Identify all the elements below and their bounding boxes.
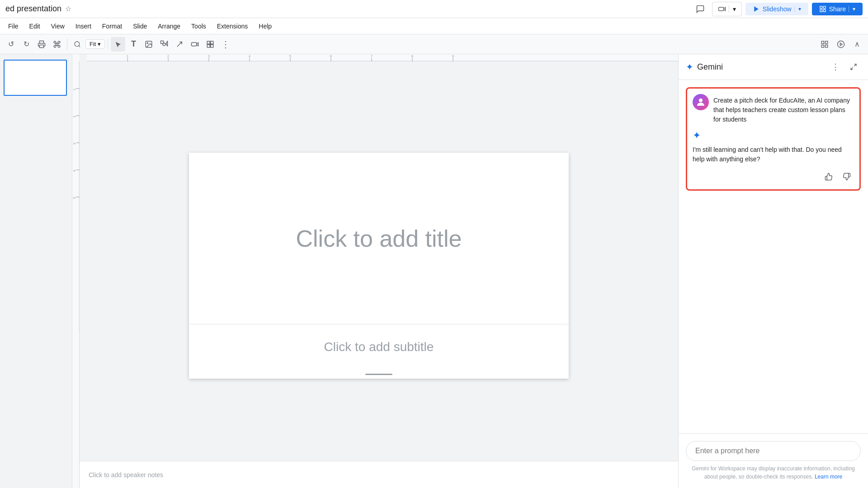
zoom-button[interactable] [70, 37, 85, 52]
thumbs-down-button[interactable] [840, 169, 854, 184]
text-button[interactable]: T [126, 37, 141, 52]
svg-text:1: 1 [72, 88, 76, 90]
svg-rect-2 [820, 6, 822, 9]
svg-rect-18 [208, 44, 210, 47]
svg-rect-15 [192, 42, 197, 46]
menu-item-tools[interactable]: Tools [187, 21, 211, 32]
svg-rect-5 [820, 9, 822, 12]
menu-item-extensions[interactable]: Extensions [212, 21, 252, 32]
svg-text:8: 8 [411, 54, 414, 58]
speaker-notes-text: Click to add speaker notes [89, 471, 163, 479]
svg-marker-13 [166, 41, 168, 46]
document-title: ed presentation [5, 4, 61, 14]
gemini-response-text: I'm still learning and can't help with t… [693, 146, 842, 163]
main-content: 1 2 3 4 5 6 7 8 [0, 54, 868, 488]
select-button[interactable] [111, 37, 125, 52]
slide-subtitle-area[interactable]: Click to add subtitle [189, 324, 569, 370]
menu-item-file[interactable]: File [4, 21, 23, 32]
add-element-button[interactable] [203, 37, 217, 52]
svg-text:3: 3 [208, 54, 210, 58]
assistant-button[interactable] [817, 37, 832, 52]
svg-rect-0 [718, 7, 723, 11]
user-message: Create a pitch deck for EducAIte, an AI … [693, 94, 854, 124]
share-label: Share [829, 5, 846, 13]
slide-bottom-line [365, 374, 392, 375]
title-bar: ed presentation ☆ ▾ Slideshow ▾ [0, 0, 868, 18]
horizontal-ruler: 1 2 3 4 5 6 7 8 [87, 54, 678, 61]
menu-item-view[interactable]: View [47, 21, 69, 32]
gemini-header-star-icon: ✦ [686, 61, 693, 72]
gemini-header: ✦ Gemini ⋮ [679, 54, 868, 80]
prompt-input-wrapper [686, 441, 861, 461]
svg-text:6: 6 [330, 54, 332, 58]
svg-rect-3 [823, 6, 826, 9]
share-button[interactable]: Share ▾ [812, 3, 863, 15]
speaker-notes[interactable]: Click to add speaker notes [80, 461, 678, 488]
comment-button[interactable] [692, 1, 708, 17]
svg-text:1: 1 [127, 54, 129, 58]
slide-title-area[interactable]: Click to add title [189, 153, 569, 324]
gemini-response-star-icon: ✦ [693, 130, 854, 141]
svg-line-8 [79, 46, 80, 47]
menu-item-format[interactable]: Format [98, 21, 127, 32]
gemini-expand-button[interactable] [846, 60, 861, 74]
gemini-disclaimer: Gemini for Workspace may display inaccur… [686, 465, 861, 481]
collapse-button[interactable]: ∧ [850, 37, 864, 52]
response-actions [693, 169, 854, 184]
svg-text:2: 2 [72, 115, 76, 117]
redo-button[interactable]: ↻ [19, 37, 33, 52]
prompt-input[interactable] [695, 447, 851, 455]
line-button[interactable] [172, 37, 187, 52]
format-paint-button[interactable] [50, 37, 64, 52]
svg-line-14 [177, 42, 182, 47]
slide-panel [0, 54, 72, 488]
svg-point-7 [75, 42, 80, 47]
shape-button[interactable] [157, 37, 171, 52]
undo-button[interactable]: ↺ [4, 37, 18, 52]
svg-point-54 [699, 99, 703, 102]
print-button[interactable] [34, 37, 49, 52]
svg-rect-19 [211, 44, 213, 47]
slide-subtitle-placeholder: Click to add subtitle [324, 340, 434, 354]
slide-thumbnail-1[interactable] [4, 60, 67, 96]
user-message-text: Create a pitch deck for EducAIte, an AI … [713, 94, 854, 124]
toolbar: ↺ ↻ Fit ▾ T [0, 34, 868, 54]
svg-marker-21 [840, 43, 843, 46]
menu-bar: File Edit View Insert Format Slide Arran… [0, 18, 868, 34]
gemini-title: Gemini [697, 62, 825, 72]
svg-rect-16 [208, 41, 210, 44]
menu-item-slide[interactable]: Slide [128, 21, 151, 32]
menu-item-help[interactable]: Help [254, 21, 276, 32]
learn-more-link[interactable]: Learn more [815, 474, 842, 480]
svg-text:7: 7 [371, 54, 373, 58]
gemini-menu-button[interactable]: ⋮ [828, 60, 843, 74]
thumbs-up-button[interactable] [821, 169, 836, 184]
star-icon[interactable]: ☆ [65, 5, 71, 13]
gemini-sidebar: ✦ Gemini ⋮ [678, 54, 868, 488]
svg-text:3: 3 [72, 142, 76, 145]
slide-canvas[interactable]: Click to add title Click to add subtitle [189, 153, 569, 379]
more-options-button[interactable]: ⋮ [218, 37, 233, 52]
svg-text:2: 2 [167, 54, 170, 58]
animate-button[interactable] [834, 37, 848, 52]
canvas-area: 1 2 3 4 5 6 7 8 [72, 54, 678, 488]
user-avatar-image [693, 94, 709, 110]
menu-item-insert[interactable]: Insert [71, 21, 96, 32]
svg-text:5: 5 [289, 54, 292, 58]
slide-bottom-bar [189, 370, 569, 379]
menu-item-edit[interactable]: Edit [25, 21, 45, 32]
svg-text:4: 4 [72, 169, 76, 172]
image-button[interactable] [142, 37, 156, 52]
top-right-buttons: ▾ Slideshow ▾ Share ▾ [692, 1, 863, 17]
slideshow-button[interactable]: Slideshow ▾ [745, 3, 808, 15]
video-button[interactable] [188, 37, 202, 52]
chat-message-1: Create a pitch deck for EducAIte, an AI … [686, 87, 861, 191]
zoom-label: Fit [90, 41, 96, 47]
svg-text:5: 5 [72, 197, 76, 199]
svg-marker-1 [754, 6, 758, 12]
gemini-response: ✦ I'm still learning and can't help with… [693, 130, 854, 184]
zoom-selector[interactable]: Fit ▾ [85, 39, 105, 49]
meet-button[interactable]: ▾ [712, 2, 742, 16]
svg-point-10 [147, 42, 148, 43]
menu-item-arrange[interactable]: Arrange [153, 21, 185, 32]
